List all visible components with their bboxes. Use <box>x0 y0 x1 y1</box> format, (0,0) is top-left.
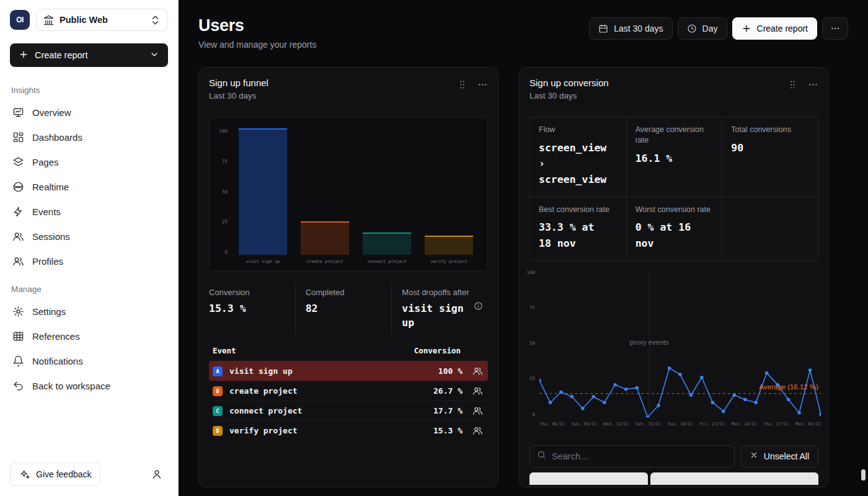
stat-best-rate: Best conversion rate 33.3 % at 18 nov <box>530 197 626 260</box>
workspace-selector[interactable]: Public Web <box>36 9 168 31</box>
event-name: verify project <box>229 426 433 435</box>
building-icon <box>43 14 55 26</box>
sidebar-item-notifications[interactable]: Notifications <box>10 348 168 373</box>
ellipsis-icon <box>830 24 840 33</box>
create-report-button-header[interactable]: Create report <box>732 17 817 40</box>
funnel-y-axis: 100 75 50 25 0 <box>216 128 232 255</box>
table-row[interactable]: A visit sign up 100 % <box>209 361 488 381</box>
create-report-button-sidebar[interactable]: Create report <box>10 43 168 67</box>
users-icon <box>12 255 24 267</box>
monitor-chart-icon <box>12 107 24 118</box>
card-menu-icon[interactable] <box>808 79 818 92</box>
line-chart-plot[interactable]: proxy events Average (16.12 %) <box>539 270 821 417</box>
funnel-bar-label: create project <box>306 259 343 264</box>
users-icon[interactable] <box>472 405 483 416</box>
table-row[interactable]: B create project 26.7 % <box>209 381 488 401</box>
line-chart-x-axis: Thu, 06/11 Sun, 09/11 Wed, 12/11 Sat, 15… <box>525 417 821 427</box>
series-row-cell[interactable] <box>529 472 648 485</box>
card-title: Sign up conversion <box>529 78 609 88</box>
funnel-table: Event Conversion A visit sign up 100 % B… <box>209 343 488 440</box>
funnel-bar-label: visit sign up <box>246 259 280 264</box>
profile-button[interactable] <box>146 463 168 485</box>
sidebar-item-references[interactable]: References <box>10 324 168 348</box>
info-icon[interactable] <box>474 301 483 330</box>
stat-total-conversions: Total conversions 90 <box>722 117 818 197</box>
sidebar-item-realtime[interactable]: Realtime <box>10 174 168 199</box>
sidebar-item-label: Dashboards <box>32 132 82 143</box>
main-content: Users View and manage your reports Last … <box>179 0 868 496</box>
interval-button[interactable]: Day <box>678 17 727 40</box>
table-row[interactable]: C connect project 17.7 % <box>209 401 488 420</box>
manage-section-label: Manage <box>11 285 168 294</box>
create-report-label: Create report <box>757 24 808 33</box>
sidebar-item-label: Realtime <box>32 182 69 192</box>
funnel-bar[interactable]: connect project <box>357 128 417 255</box>
chevrons-up-down-icon <box>149 14 161 26</box>
close-icon <box>750 451 758 461</box>
page-scrollbar-thumb[interactable] <box>861 469 866 480</box>
drag-handle-icon[interactable] <box>787 79 798 92</box>
sidebar-item-settings[interactable]: Settings <box>10 299 168 324</box>
conversion-report-card: Sign up conversion Last 30 days Flow scr… <box>519 67 829 487</box>
plus-icon <box>19 50 29 61</box>
sidebar-item-label: References <box>32 331 80 342</box>
funnel-bar[interactable]: create project <box>295 128 355 255</box>
date-range-button[interactable]: Last 30 days <box>589 17 672 40</box>
page-title: Users <box>198 16 316 35</box>
sidebar-item-label: Overview <box>32 107 71 118</box>
sidebar-item-profiles[interactable]: Profiles <box>10 249 168 273</box>
card-menu-icon[interactable] <box>477 79 488 92</box>
stat-most-dropoffs: Most dropoffs after visit sign up <box>391 283 488 335</box>
series-search <box>529 445 735 467</box>
unselect-all-label: Unselect All <box>764 451 809 461</box>
give-feedback-button[interactable]: Give feedback <box>10 463 100 486</box>
calendar-icon <box>598 24 608 33</box>
sidebar-item-dashboards[interactable]: Dashboards <box>10 125 168 149</box>
search-input[interactable] <box>552 451 727 461</box>
app-logo[interactable]: OI <box>10 10 30 30</box>
gear-icon <box>12 306 24 317</box>
zap-icon <box>12 206 24 218</box>
users-icon[interactable] <box>472 425 483 436</box>
card-subtitle: Last 30 days <box>209 91 268 100</box>
drag-handle-icon[interactable] <box>457 79 467 92</box>
series-row-cell[interactable] <box>650 472 818 485</box>
funnel-bar[interactable]: verify project <box>419 128 479 255</box>
conversion-value: 100 % <box>438 366 463 376</box>
sparkles-icon <box>19 469 30 480</box>
conversion-value: 15.3 % <box>433 426 463 435</box>
stat-worst-rate: Worst conversion rate 0 % at 16 nov <box>626 197 722 260</box>
undo-arrow-icon <box>12 380 24 392</box>
plus-icon <box>742 24 751 33</box>
more-options-button[interactable] <box>822 17 848 40</box>
column-header-conversion: Conversion <box>414 346 461 355</box>
users-icon[interactable] <box>472 366 483 376</box>
sidebar-item-overview[interactable]: Overview <box>10 100 168 125</box>
table-row[interactable]: D verify project 15.3 % <box>209 420 488 440</box>
sidebar-item-label: Events <box>32 206 61 217</box>
sidebar-item-sessions[interactable]: Sessions <box>10 224 168 249</box>
funnel-bar-label: connect project <box>367 259 406 264</box>
sidebar-item-pages[interactable]: Pages <box>10 149 168 174</box>
step-badge: B <box>213 386 223 396</box>
stat-completed: Completed 82 <box>295 283 392 335</box>
date-range-label: Last 30 days <box>614 24 663 33</box>
search-icon <box>537 450 546 462</box>
users-icon[interactable] <box>472 386 483 396</box>
card-title: Sign up funnel <box>209 78 268 88</box>
bell-icon <box>12 355 24 367</box>
workspace-name: Public Web <box>60 15 108 25</box>
sidebar-item-back-to-workspace[interactable]: Back to workspace <box>10 373 168 398</box>
event-name: create project <box>229 386 433 396</box>
funnel-bar-chart: 100 75 50 25 0 visit sign up create proj… <box>209 117 488 272</box>
conversion-stats-grid: Flow screen_view › screen_view Average c… <box>529 117 818 261</box>
unselect-all-button[interactable]: Unselect All <box>740 445 818 467</box>
funnel-bar[interactable]: visit sign up <box>233 128 293 255</box>
line-chart-y-axis: 100 75 50 25 0 <box>525 270 539 417</box>
stat-average-rate: Average conversion rate 16.1 % <box>626 117 722 197</box>
sidebar-item-label: Profiles <box>32 256 63 267</box>
users-icon <box>12 231 24 242</box>
sidebar-item-events[interactable]: Events <box>10 199 168 224</box>
column-header-event: Event <box>213 346 236 355</box>
step-badge: D <box>213 426 223 436</box>
